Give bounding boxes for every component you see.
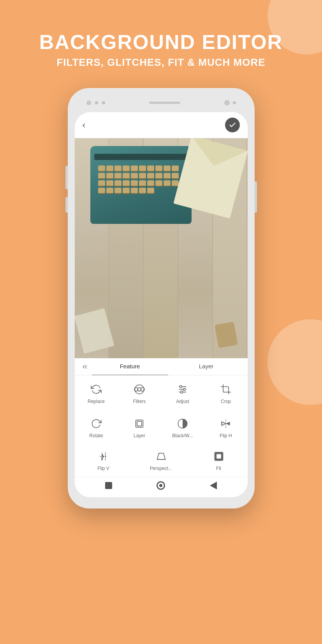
- tab-layer[interactable]: Layer: [168, 358, 245, 375]
- replace-icon: [89, 382, 103, 396]
- typewriter-object: [90, 146, 192, 224]
- phone-vol-up-button: [65, 166, 68, 189]
- phone-vol-down-button: [65, 197, 68, 213]
- flipv-icon: [97, 449, 111, 463]
- nav-bar: [75, 477, 248, 494]
- adjust-icon: [176, 382, 190, 396]
- front-camera-dot: [224, 100, 230, 106]
- layer-svg: [134, 418, 145, 429]
- nav-recent-button[interactable]: [156, 481, 165, 490]
- tools-row-2: Rotate Layer: [75, 411, 248, 444]
- tools-row-3: Flip V Perspect...: [75, 444, 248, 477]
- tool-fliph[interactable]: Flip H: [204, 413, 248, 442]
- blackwhite-icon: [176, 417, 190, 431]
- sensor-dot-1: [86, 100, 91, 105]
- phone-sensors-left: [86, 100, 105, 105]
- fliph-svg: [220, 418, 231, 429]
- nav-back-button[interactable]: [209, 481, 218, 490]
- phone-top-bar: [75, 95, 248, 111]
- typewriter-keys: [98, 165, 184, 212]
- bottom-toolbar: Feature Layer: [75, 358, 248, 497]
- sensor-dot-2: [95, 101, 98, 104]
- adjust-svg: [177, 384, 188, 395]
- svg-rect-19: [216, 454, 221, 459]
- filters-icon: [132, 382, 146, 396]
- speaker-bar: [149, 102, 180, 104]
- svg-point-8: [183, 388, 186, 391]
- tool-blackwhite[interactable]: Black/W...: [161, 413, 204, 442]
- layer-icon: [132, 417, 146, 431]
- tab-feature[interactable]: Feature: [92, 358, 168, 375]
- back-button[interactable]: ‹: [83, 120, 86, 130]
- tool-layer[interactable]: Layer: [118, 413, 161, 442]
- flipv-svg: [98, 451, 109, 462]
- nav-home-button[interactable]: [104, 481, 113, 490]
- image-area: [75, 138, 248, 358]
- image-scene: [75, 138, 248, 358]
- nav-square-icon: [105, 482, 112, 489]
- filters-svg: [134, 384, 145, 395]
- svg-point-9: [181, 391, 183, 393]
- collapse-panel-button[interactable]: [78, 360, 92, 374]
- crop-label: Crop: [221, 399, 231, 404]
- double-chevron-left-icon: [81, 363, 89, 371]
- nav-triangle-icon: [210, 482, 217, 489]
- perspective-icon: [154, 449, 168, 463]
- tool-filters[interactable]: Filters: [118, 378, 161, 408]
- nav-circle-icon: [157, 481, 165, 490]
- adjust-label: Adjust: [176, 399, 189, 404]
- layer-label: Layer: [134, 433, 145, 438]
- app-header: ‹: [75, 112, 248, 138]
- fit-label: Fit: [216, 466, 221, 471]
- typewriter-roller: [94, 154, 188, 160]
- nav-circle-inner: [159, 484, 162, 487]
- confirm-button[interactable]: [225, 118, 240, 132]
- flipv-label: Flip V: [97, 466, 109, 471]
- tool-rotate[interactable]: Rotate: [75, 413, 118, 442]
- fit-icon: [212, 449, 226, 463]
- rotate-svg: [91, 418, 102, 429]
- replace-svg: [91, 384, 102, 395]
- fliph-label: Flip H: [220, 433, 232, 438]
- check-icon: [229, 121, 236, 129]
- tool-adjust[interactable]: Adjust: [161, 378, 204, 408]
- svg-point-0: [135, 385, 144, 394]
- perspective-label: Perspect...: [150, 466, 172, 471]
- tool-fit[interactable]: Fit: [190, 445, 248, 475]
- phone-device: ‹: [68, 88, 255, 509]
- crop-icon: [219, 382, 233, 396]
- item-bottom-right: [215, 322, 238, 348]
- tool-replace[interactable]: Replace: [75, 378, 118, 408]
- filters-label: Filters: [133, 399, 146, 404]
- fit-svg: [213, 451, 224, 462]
- phone-screen: ‹: [75, 112, 248, 497]
- tools-row-1: Replace Filters: [75, 375, 248, 411]
- tool-flipv[interactable]: Flip V: [75, 445, 132, 475]
- tabs-row: Feature Layer: [75, 358, 248, 375]
- sub-title: FILTERS, GLITCHES, FIT & MUCH MORE: [0, 56, 322, 69]
- crop-svg: [220, 384, 231, 395]
- sensor-small-right: [233, 101, 236, 104]
- phone-wrapper: ‹: [0, 88, 322, 509]
- tool-perspective[interactable]: Perspect...: [132, 445, 190, 475]
- perspective-svg: [156, 451, 167, 462]
- svg-rect-11: [137, 421, 142, 426]
- blackwhite-label: Black/W...: [172, 433, 193, 438]
- tool-crop[interactable]: Crop: [204, 378, 248, 408]
- blackwhite-svg: [177, 418, 188, 429]
- rotate-label: Rotate: [89, 433, 103, 438]
- svg-point-7: [179, 385, 182, 388]
- sensor-dot-3: [102, 101, 105, 104]
- svg-marker-16: [157, 453, 165, 459]
- rotate-icon: [89, 417, 103, 431]
- phone-power-button: [255, 181, 257, 213]
- replace-label: Replace: [88, 399, 105, 404]
- fliph-icon: [219, 417, 233, 431]
- phone-camera-right: [224, 100, 236, 106]
